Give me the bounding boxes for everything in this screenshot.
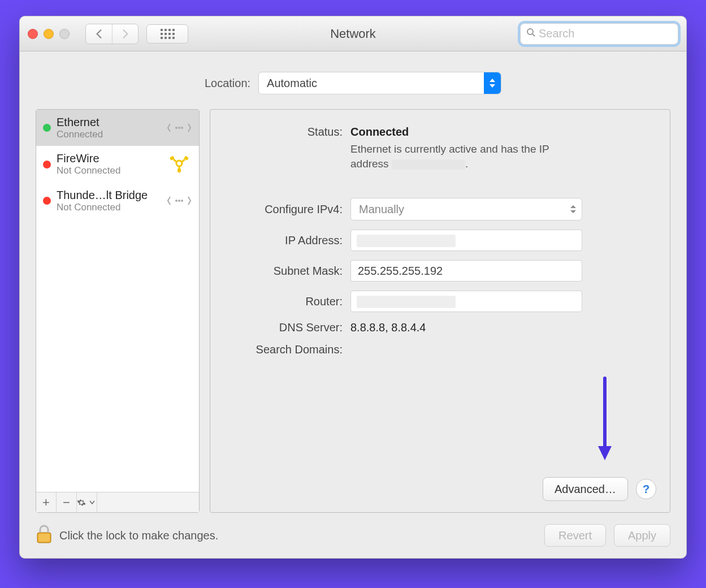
subnet-mask-input[interactable] — [350, 260, 582, 282]
location-select[interactable]: Automatic — [258, 72, 501, 94]
apply-button[interactable]: Apply — [614, 524, 670, 547]
interface-actions-menu[interactable] — [77, 492, 97, 512]
interface-details-panel: Status: Connected Ethernet is currently … — [210, 109, 670, 513]
svg-point-0 — [527, 29, 533, 34]
search-icon — [526, 28, 535, 40]
status-dot-icon — [43, 124, 51, 132]
forward-button[interactable] — [112, 24, 138, 44]
status-value: Connected — [350, 126, 654, 139]
svg-line-11 — [182, 159, 185, 162]
svg-point-12 — [175, 200, 177, 202]
sidebar-item-thunderbolt-bridge[interactable]: Thunde…lt Bridge Not Connected — [36, 183, 199, 219]
status-description: Ethernet is currently active and has the… — [350, 142, 582, 171]
close-window-button[interactable] — [28, 29, 38, 39]
footer: Click the lock to make changes. Revert A… — [20, 513, 686, 558]
dropdown-arrows-icon — [484, 72, 501, 94]
status-dot-icon — [43, 161, 51, 168]
svg-rect-6 — [177, 168, 181, 172]
traffic-lights — [28, 29, 70, 39]
dns-server-value: 8.8.8.8, 8.8.4.4 — [350, 321, 654, 334]
minimize-window-button[interactable] — [44, 29, 54, 39]
lock-text: Click the lock to make changes. — [59, 529, 218, 542]
search-domains-label: Search Domains: — [226, 343, 350, 356]
interface-name: Ethernet — [57, 115, 166, 129]
advanced-button[interactable]: Advanced… — [543, 477, 628, 501]
show-all-button[interactable] — [146, 24, 188, 44]
ip-address-label: IP Address: — [226, 234, 350, 247]
location-value: Automatic — [267, 77, 317, 90]
svg-point-3 — [178, 127, 180, 129]
titlebar: Network — [20, 16, 686, 51]
router-input[interactable] — [350, 291, 582, 312]
nav-buttons — [85, 24, 138, 44]
search-input[interactable] — [539, 27, 682, 40]
help-button[interactable]: ? — [636, 479, 656, 499]
zoom-window-button — [59, 29, 70, 39]
redacted-ip — [392, 159, 465, 170]
interfaces-sidebar: Ethernet Connected FireWire Not Connecte… — [36, 109, 200, 513]
configure-ipv4-select[interactable]: Manually — [350, 198, 582, 220]
configure-ipv4-value: Manually — [359, 203, 404, 216]
content-body: Ethernet Connected FireWire Not Connecte… — [20, 109, 686, 513]
configure-ipv4-label: Configure IPv4: — [226, 203, 350, 216]
svg-point-5 — [176, 161, 182, 166]
dropdown-arrows-icon — [568, 202, 578, 217]
firewire-icon — [166, 153, 192, 176]
sidebar-toolbar: + − — [36, 492, 199, 512]
svg-line-10 — [174, 159, 176, 162]
back-button[interactable] — [86, 24, 112, 44]
sidebar-item-ethernet[interactable]: Ethernet Connected — [36, 110, 199, 146]
add-interface-button[interactable]: + — [36, 492, 57, 512]
status-dot-icon — [43, 197, 51, 205]
grid-icon — [161, 29, 175, 39]
ip-address-input[interactable] — [350, 230, 582, 251]
interface-status: Connected — [57, 129, 166, 140]
thunderbolt-bridge-icon — [166, 189, 192, 212]
svg-point-4 — [181, 127, 183, 129]
location-label: Location: — [205, 77, 250, 90]
interface-status: Not Connected — [57, 202, 166, 213]
svg-line-1 — [532, 34, 535, 36]
revert-button[interactable]: Revert — [544, 524, 606, 547]
subnet-mask-label: Subnet Mask: — [226, 265, 350, 278]
interface-name: FireWire — [57, 152, 166, 165]
search-field[interactable] — [520, 23, 678, 45]
router-label: Router: — [226, 295, 350, 308]
interface-name: Thunde…lt Bridge — [57, 188, 166, 202]
remove-interface-button[interactable]: − — [57, 492, 77, 512]
svg-point-14 — [181, 200, 183, 202]
sidebar-item-firewire[interactable]: FireWire Not Connected — [36, 146, 199, 182]
annotation-arrow — [596, 375, 613, 469]
svg-point-13 — [178, 200, 180, 202]
sidebar-toolbar-spacer — [97, 492, 199, 512]
ethernet-icon — [166, 116, 192, 139]
lock-icon[interactable] — [36, 524, 53, 547]
location-row: Location: Automatic — [20, 51, 686, 109]
interface-status: Not Connected — [57, 165, 166, 176]
network-preferences-window: Network Location: Automatic Ethernet Co — [19, 16, 687, 559]
interfaces-list: Ethernet Connected FireWire Not Connecte… — [36, 110, 199, 492]
svg-rect-17 — [38, 534, 50, 542]
status-label: Status: — [226, 126, 350, 139]
svg-point-2 — [175, 127, 177, 129]
dns-server-label: DNS Server: — [226, 321, 350, 334]
